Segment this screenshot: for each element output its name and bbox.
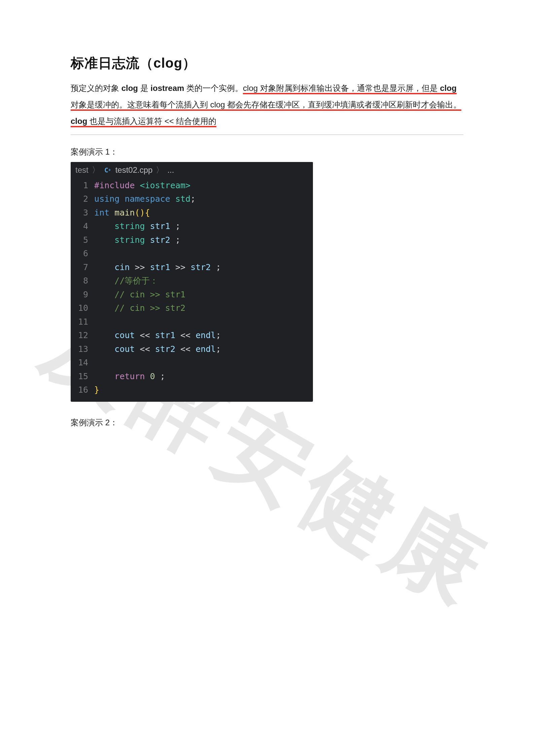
code-token: ; bbox=[216, 330, 221, 340]
code-token: 0 bbox=[150, 371, 160, 381]
code-line: //等价于： bbox=[94, 274, 221, 288]
text-run: 预定义的对象 bbox=[71, 84, 121, 93]
cpp-file-icon: C+ bbox=[103, 166, 112, 174]
code-token bbox=[94, 235, 114, 245]
underline-red-3: clog 也是与流插入运算符 << 结合使用的 bbox=[71, 117, 216, 127]
text-run: 也是与流插入运算符 << 结合使用的 bbox=[87, 117, 216, 126]
code-body: 12345678910111213141516 #include <iostre… bbox=[71, 177, 313, 402]
code-token: } bbox=[94, 385, 99, 395]
code-token: cout bbox=[114, 330, 135, 340]
code-token: >> bbox=[130, 262, 150, 272]
code-line: using namespace std; bbox=[94, 192, 221, 206]
code-line bbox=[94, 356, 221, 370]
underline-red-2: 这意味着每个流插入到 clog 都会先存储在缓冲区，直到缓冲填满或者缓冲区刷新时… bbox=[127, 100, 461, 111]
code-token: #include bbox=[94, 180, 140, 190]
code-token: () bbox=[135, 208, 145, 218]
line-number: 13 bbox=[78, 342, 88, 356]
example-caption-1: 案例演示 1： bbox=[71, 146, 463, 157]
code-token: str2 bbox=[155, 344, 175, 354]
code-token bbox=[94, 303, 114, 313]
code-line: #include <iostream> bbox=[94, 179, 221, 193]
code-token: str2 bbox=[190, 262, 216, 272]
code-token bbox=[94, 221, 114, 231]
intro-paragraph-1: 预定义的对象 clog 是 iostream 类的一个实例。clog 对象附属到… bbox=[71, 80, 463, 113]
code-token bbox=[94, 276, 114, 286]
code-line: cout << str2 << endl; bbox=[94, 342, 221, 356]
example-caption-2: 案例演示 2： bbox=[71, 417, 463, 428]
text-run: 对象是缓冲的。 bbox=[71, 100, 127, 109]
code-token: << bbox=[135, 344, 155, 354]
code-token bbox=[94, 330, 114, 340]
code-editor-block: test 〉 C+ test02.cpp 〉 ... 1234567891011… bbox=[71, 162, 313, 402]
line-number: 11 bbox=[78, 315, 88, 329]
section-heading: 标准日志流（clog） bbox=[71, 54, 463, 72]
code-token bbox=[94, 249, 99, 258]
code-token bbox=[94, 317, 99, 327]
code-token: str2 bbox=[150, 235, 175, 245]
line-number: 8 bbox=[78, 274, 88, 288]
code-token: std bbox=[175, 194, 190, 204]
code-token: string bbox=[114, 235, 150, 245]
code-line: cout << str1 << endl; bbox=[94, 329, 221, 342]
code-token: endl bbox=[195, 344, 216, 354]
line-number: 7 bbox=[78, 261, 88, 274]
code-line: cin >> str1 >> str2 ; bbox=[94, 261, 221, 274]
text-run: 是 bbox=[138, 84, 150, 93]
line-number: 1 bbox=[78, 179, 88, 193]
code-line bbox=[94, 247, 221, 261]
code-line: int main(){ bbox=[94, 206, 221, 220]
code-token: endl bbox=[195, 330, 216, 340]
code-token: ; bbox=[216, 344, 221, 354]
code-line: return 0 ; bbox=[94, 370, 221, 384]
code-token: return bbox=[114, 371, 150, 381]
code-token: //等价于： bbox=[114, 276, 158, 286]
code-token: ; bbox=[216, 262, 221, 272]
code-token: << bbox=[135, 330, 155, 340]
bold-clog-2: clog bbox=[440, 84, 456, 93]
chevron-right-icon: 〉 bbox=[92, 165, 100, 175]
code-line bbox=[94, 315, 221, 329]
line-number: 10 bbox=[78, 301, 88, 315]
code-token bbox=[94, 262, 114, 272]
line-number: 12 bbox=[78, 329, 88, 342]
code-token: ; bbox=[175, 221, 180, 231]
code-token bbox=[94, 371, 114, 381]
code-token bbox=[94, 344, 114, 354]
code-line: string str2 ; bbox=[94, 233, 221, 247]
code-token: ; bbox=[160, 371, 165, 381]
line-number-gutter: 12345678910111213141516 bbox=[71, 177, 94, 402]
code-token: cin bbox=[114, 262, 130, 272]
bold-iostream: iostream bbox=[150, 84, 184, 93]
breadcrumb-folder: test bbox=[75, 165, 88, 175]
line-number: 16 bbox=[78, 383, 88, 397]
code-token: { bbox=[145, 208, 150, 218]
code-token: str1 bbox=[150, 221, 175, 231]
code-line: } bbox=[94, 383, 221, 397]
code-token: cout bbox=[114, 344, 135, 354]
code-token: namespace bbox=[124, 194, 175, 204]
code-token bbox=[94, 290, 114, 299]
chevron-right-icon: 〉 bbox=[156, 165, 164, 175]
breadcrumb-tail: ... bbox=[167, 165, 174, 175]
bold-clog-3: clog bbox=[71, 117, 87, 126]
line-number: 5 bbox=[78, 233, 88, 247]
editor-breadcrumb: test 〉 C+ test02.cpp 〉 ... bbox=[71, 162, 313, 177]
text-run: 类的一个实例。 bbox=[184, 84, 243, 93]
code-line: // cin >> str1 bbox=[94, 288, 221, 302]
code-token: int bbox=[94, 208, 114, 218]
code-token: << bbox=[175, 344, 195, 354]
text-run: clog 对象附属到标准输出设备，通常也是显示屏，但是 bbox=[243, 84, 440, 93]
code-area: #include <iostream>using namespace std;i… bbox=[94, 177, 228, 402]
line-number: 2 bbox=[78, 192, 88, 206]
line-number: 9 bbox=[78, 288, 88, 302]
code-token: // cin >> str1 bbox=[114, 290, 185, 299]
line-number: 6 bbox=[78, 247, 88, 261]
code-token: ; bbox=[175, 235, 180, 245]
line-number: 15 bbox=[78, 370, 88, 384]
code-token: main bbox=[114, 208, 135, 218]
line-number: 14 bbox=[78, 356, 88, 370]
code-token: // cin >> str2 bbox=[114, 303, 185, 313]
code-token: str1 bbox=[155, 330, 175, 340]
code-token: str1 bbox=[150, 262, 170, 272]
code-token: >> bbox=[170, 262, 190, 272]
